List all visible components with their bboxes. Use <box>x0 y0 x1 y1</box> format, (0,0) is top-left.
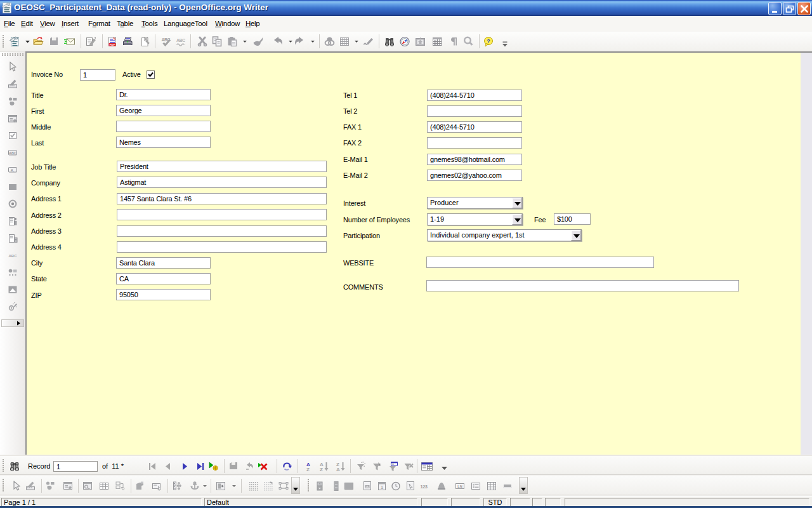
svg-text:ABC: ABC <box>176 38 185 43</box>
svg-text:?: ? <box>487 38 490 44</box>
svg-text:1: 1 <box>381 485 383 490</box>
svg-text:ABC: ABC <box>9 151 16 155</box>
svg-text:LN: LN <box>457 485 462 488</box>
svg-text:123: 123 <box>421 484 428 490</box>
svg-text:#.: #. <box>11 168 14 172</box>
svg-text:A: A <box>336 467 340 472</box>
svg-text:ABC: ABC <box>9 254 18 258</box>
svg-text:Z: Z <box>320 467 323 472</box>
svg-text:PDF: PDF <box>110 43 115 46</box>
svg-text:Z: Z <box>306 467 310 472</box>
